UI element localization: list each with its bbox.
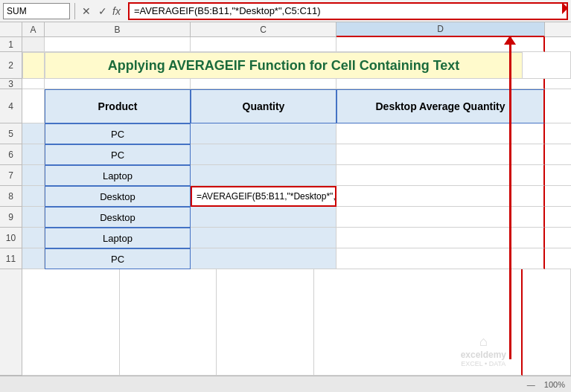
cell-c7[interactable] xyxy=(191,165,336,186)
header-quantity[interactable]: Quantity xyxy=(191,89,336,123)
cell-e5[interactable] xyxy=(545,123,571,144)
cell-a5[interactable] xyxy=(22,123,45,144)
status-bar: — 100% xyxy=(0,376,571,392)
zoom-value: 100% xyxy=(544,380,565,389)
cell-a1[interactable] xyxy=(22,37,45,52)
row-header-1: 1 xyxy=(0,37,22,52)
watermark: ⌂ exceldemy EXCEL • DATA xyxy=(461,334,506,367)
cell-b1[interactable] xyxy=(45,37,191,52)
row-header-8: 8 xyxy=(0,186,22,207)
row-header-9: 9 xyxy=(0,207,22,228)
cell-d9[interactable] xyxy=(336,207,545,228)
cell-c8-formula: =AVERAGEIF(B5:B11,"*Desktop*",C5:C11) xyxy=(197,191,336,202)
cell-e7[interactable] xyxy=(545,165,571,186)
cell-b9-value: Desktop xyxy=(100,212,135,223)
row-header-11: 11 xyxy=(0,248,22,269)
col-header-b[interactable]: B xyxy=(45,22,191,37)
cell-e1[interactable] xyxy=(545,37,571,52)
cell-d10[interactable] xyxy=(336,228,545,248)
cell-c11[interactable] xyxy=(191,248,336,269)
cell-e6[interactable] xyxy=(545,144,571,165)
cell-e11[interactable] xyxy=(545,248,571,269)
cell-e2[interactable] xyxy=(523,52,571,79)
cell-b5-value: PC xyxy=(111,129,124,140)
grid-row-4: 4 Product Quantity Desktop Average Quant… xyxy=(0,89,571,123)
cell-b7[interactable]: Laptop xyxy=(45,165,191,186)
grid-row-3: 3 xyxy=(0,79,571,89)
cell-a10[interactable] xyxy=(22,228,45,248)
row-header-empty xyxy=(0,269,22,376)
cell-c8[interactable]: =AVERAGEIF(B5:B11,"*Desktop*",C5:C11) xyxy=(191,186,336,207)
cell-a2[interactable] xyxy=(22,52,45,79)
cell-a9[interactable] xyxy=(22,207,45,228)
cell-b10[interactable]: Laptop xyxy=(45,228,191,248)
cell-b6[interactable]: PC xyxy=(45,144,191,165)
header-desktop-avg[interactable]: Desktop Average Quantity xyxy=(336,89,545,123)
corner-cell xyxy=(0,22,22,37)
cell-e3[interactable] xyxy=(545,79,571,89)
cell-empty-b xyxy=(120,269,217,376)
row-header-2: 2 xyxy=(0,52,22,79)
grid-row-8: 8 Desktop =AVERAGEIF(B5:B11,"*Desktop*",… xyxy=(0,186,571,207)
cell-d3[interactable] xyxy=(336,79,545,89)
cell-a11[interactable] xyxy=(22,248,45,269)
row-header-3: 3 xyxy=(0,79,22,89)
spreadsheet: SUM ✕ ✓ fx =AVERAGEIF(B5:B11,"*Desktop*"… xyxy=(0,0,571,392)
spreadsheet-title: Applying AVERAGEIF Function for Cell Con… xyxy=(108,58,460,74)
cell-c9[interactable] xyxy=(191,207,336,228)
confirm-icon[interactable]: ✓ xyxy=(96,5,109,17)
formula-bar: SUM ✕ ✓ fx =AVERAGEIF(B5:B11,"*Desktop*"… xyxy=(0,0,571,22)
row-header-6: 6 xyxy=(0,144,22,165)
cell-a4[interactable] xyxy=(22,89,45,123)
cell-b8[interactable]: Desktop xyxy=(45,186,191,207)
cell-b5[interactable]: PC xyxy=(45,123,191,144)
cell-c6[interactable] xyxy=(191,144,336,165)
title-cell: Applying AVERAGEIF Function for Cell Con… xyxy=(45,52,523,79)
col-header-c[interactable]: C xyxy=(191,22,336,37)
cell-b11[interactable]: PC xyxy=(45,248,191,269)
formula-text: =AVERAGEIF(B5:B11,"*Desktop*",C5:C11) xyxy=(134,5,321,16)
cell-a3[interactable] xyxy=(22,79,45,89)
cell-d6[interactable] xyxy=(336,144,545,165)
cell-e9[interactable] xyxy=(545,207,571,228)
cell-a8[interactable] xyxy=(22,186,45,207)
row-header-7: 7 xyxy=(0,165,22,186)
col-header-a[interactable]: A xyxy=(22,22,45,37)
column-headers: A B C D xyxy=(0,22,571,37)
cell-b9[interactable]: Desktop xyxy=(45,207,191,228)
grid-row-5: 5 PC xyxy=(0,123,571,144)
cell-b3[interactable] xyxy=(45,79,191,89)
grid-row-empty: ⌂ exceldemy EXCEL • DATA xyxy=(0,269,571,376)
grid-row-7: 7 Laptop xyxy=(0,165,571,186)
row-header-5: 5 xyxy=(0,123,22,144)
cell-a7[interactable] xyxy=(22,165,45,186)
watermark-brand: exceldemy xyxy=(461,350,506,360)
header-product[interactable]: Product xyxy=(45,89,191,123)
cell-c3[interactable] xyxy=(191,79,336,89)
cell-a6[interactable] xyxy=(22,144,45,165)
cell-c1[interactable] xyxy=(191,37,336,52)
cell-empty-a xyxy=(22,269,120,376)
cell-c10[interactable] xyxy=(191,228,336,248)
cell-empty-c xyxy=(217,269,314,376)
cell-d5[interactable] xyxy=(336,123,545,144)
cell-b11-value: PC xyxy=(111,254,124,265)
desktop-avg-header-label: Desktop Average Quantity xyxy=(375,100,505,112)
col-header-d[interactable]: D xyxy=(336,22,545,37)
cell-d8[interactable] xyxy=(336,186,545,207)
cell-e10[interactable] xyxy=(545,228,571,248)
name-box[interactable]: SUM xyxy=(3,3,70,19)
cell-b7-value: Laptop xyxy=(103,170,133,181)
cell-e4[interactable] xyxy=(545,89,571,123)
name-box-value: SUM xyxy=(7,6,27,16)
cell-d7[interactable] xyxy=(336,165,545,186)
cell-empty-e xyxy=(523,269,571,376)
grid-row-10: 10 Laptop xyxy=(0,228,571,248)
cancel-icon[interactable]: ✕ xyxy=(80,5,93,17)
formula-input[interactable]: =AVERAGEIF(B5:B11,"*Desktop*",C5:C11) xyxy=(128,2,568,20)
cell-empty-d: ⌂ exceldemy EXCEL • DATA xyxy=(314,269,523,376)
cell-d11[interactable] xyxy=(336,248,545,269)
cell-c5[interactable] xyxy=(191,123,336,144)
col-header-e[interactable] xyxy=(545,22,571,37)
cell-e8[interactable] xyxy=(545,186,571,207)
